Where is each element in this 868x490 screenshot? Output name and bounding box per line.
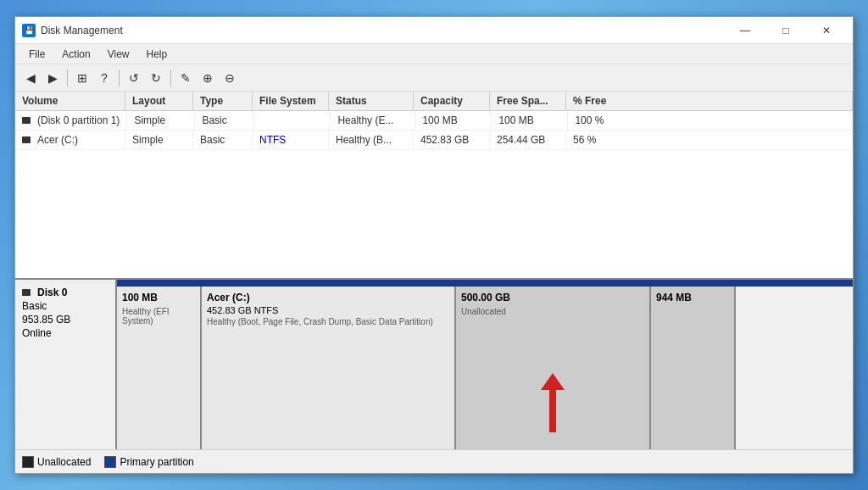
legend-primary: Primary partition xyxy=(104,456,193,468)
disk-row: Disk 0 Basic 953.85 GB Online 100 MB Hea… xyxy=(15,280,853,449)
help-button[interactable]: ? xyxy=(94,68,114,88)
cell-freespace-1: 254.44 GB xyxy=(490,131,566,149)
table-row[interactable]: (Disk 0 partition 1) Simple Basic Health… xyxy=(15,111,853,131)
disk-size: 953.85 GB xyxy=(22,314,108,326)
menu-help[interactable]: Help xyxy=(140,47,175,62)
title-bar: 💾 Disk Management — □ ✕ xyxy=(15,17,853,44)
cell-status-0: Healthy (E... xyxy=(331,111,415,130)
edit-button[interactable]: ✎ xyxy=(175,68,196,88)
col-header-filesystem[interactable]: File System xyxy=(253,92,329,110)
partition-unalloc-desc: Unallocated xyxy=(461,307,644,316)
add-button[interactable]: ⊕ xyxy=(198,68,218,88)
disk-bar-strip xyxy=(117,280,853,287)
app-icon: 💾 xyxy=(22,24,36,37)
partition-unallocated-large[interactable]: 500.00 GB Unallocated xyxy=(456,287,651,449)
partition-efi-size: 100 MB xyxy=(122,292,195,303)
legend-box-primary xyxy=(104,456,116,468)
disk-partitions: 100 MB Healthy (EFI System) Acer (C:) 45… xyxy=(117,280,853,449)
disk-icon xyxy=(22,136,31,143)
up-arrow xyxy=(541,373,565,432)
toolbar: ◀ ▶ ⊞ ? ↺ ↻ ✎ ⊕ ⊖ xyxy=(15,64,853,92)
cell-type-0: Basic xyxy=(195,111,254,130)
menu-bar: File Action View Help xyxy=(15,44,853,64)
disk-icon xyxy=(22,117,31,124)
arrow-container xyxy=(541,373,565,432)
col-header-capacity[interactable]: Capacity xyxy=(414,92,490,110)
upper-panel: Volume Layout Type File System Status Ca… xyxy=(15,92,853,280)
partition-efi[interactable]: 100 MB Healthy (EFI System) xyxy=(117,287,202,449)
cell-filesystem-0 xyxy=(254,111,331,130)
partition-c-title: Acer (C:) xyxy=(207,292,449,303)
cell-freespace-0: 100 MB xyxy=(492,111,568,130)
partition-c-desc: Healthy (Boot, Page File, Crash Dump, Ba… xyxy=(207,317,449,326)
minimize-button[interactable]: — xyxy=(726,22,765,39)
cell-capacity-0: 100 MB xyxy=(415,111,492,130)
menu-action[interactable]: Action xyxy=(55,47,97,62)
cell-capacity-1: 452.83 GB xyxy=(414,131,490,149)
lower-panel: Disk 0 Basic 953.85 GB Online 100 MB Hea… xyxy=(15,280,853,449)
cell-status-1: Healthy (B... xyxy=(329,131,414,149)
toolbar-separator-2 xyxy=(119,70,120,86)
col-header-freespace[interactable]: Free Spa... xyxy=(490,92,566,110)
partition-small[interactable]: 944 MB xyxy=(651,287,736,449)
title-controls: — □ ✕ xyxy=(726,22,846,39)
toolbar-separator-1 xyxy=(67,70,68,86)
disk-type: Basic xyxy=(22,300,108,312)
legend-label-unallocated: Unallocated xyxy=(37,456,91,468)
arrow-shaft xyxy=(549,390,556,432)
close-button[interactable]: ✕ xyxy=(807,22,846,39)
cell-percentfree-1: 56 % xyxy=(566,131,853,149)
disk-status: Online xyxy=(22,327,108,339)
legend-label-primary: Primary partition xyxy=(120,456,193,468)
cell-volume-1: Acer (C:) xyxy=(15,131,125,149)
cell-filesystem-1: NTFS xyxy=(253,131,329,149)
partition-unalloc-size: 500.00 GB xyxy=(461,292,644,303)
partition-efi-desc: Healthy (EFI System) xyxy=(122,307,195,326)
disk-name: Disk 0 xyxy=(22,287,108,298)
cell-type-1: Basic xyxy=(193,131,253,149)
table-row[interactable]: Acer (C:) Simple Basic NTFS Healthy (B..… xyxy=(15,131,853,150)
menu-file[interactable]: File xyxy=(22,47,52,62)
cell-percentfree-0: 100 % xyxy=(568,111,853,130)
maximize-button[interactable]: □ xyxy=(766,22,805,39)
redo-button[interactable]: ↻ xyxy=(146,68,166,88)
partition-c-size: 452.83 GB NTFS xyxy=(207,305,449,315)
arrow-head xyxy=(541,373,565,390)
col-header-volume[interactable]: Volume xyxy=(15,92,125,110)
remove-button[interactable]: ⊖ xyxy=(220,68,240,88)
cell-volume-0: (Disk 0 partition 1) xyxy=(15,111,127,130)
properties-button[interactable]: ⊞ xyxy=(72,68,92,88)
back-button[interactable]: ◀ xyxy=(20,68,41,88)
title-left: 💾 Disk Management xyxy=(22,24,123,37)
disk-partitions-row: 100 MB Healthy (EFI System) Acer (C:) 45… xyxy=(117,287,853,449)
table-header: Volume Layout Type File System Status Ca… xyxy=(15,92,853,111)
toolbar-separator-3 xyxy=(170,70,171,86)
col-header-layout[interactable]: Layout xyxy=(125,92,193,110)
cell-layout-1: Simple xyxy=(125,131,193,149)
cell-layout-0: Simple xyxy=(127,111,195,130)
undo-button[interactable]: ↺ xyxy=(124,68,144,88)
disk-management-window: 💾 Disk Management — □ ✕ File Action View… xyxy=(14,16,854,474)
partition-c-drive[interactable]: Acer (C:) 452.83 GB NTFS Healthy (Boot, … xyxy=(202,287,456,449)
disk-label: Disk 0 Basic 953.85 GB Online xyxy=(15,280,117,449)
col-header-type[interactable]: Type xyxy=(193,92,253,110)
menu-view[interactable]: View xyxy=(101,47,136,62)
window-title: Disk Management xyxy=(41,25,123,36)
disk-small-icon xyxy=(22,289,31,296)
content-area: Volume Layout Type File System Status Ca… xyxy=(15,92,853,449)
legend-unallocated: Unallocated xyxy=(22,456,91,468)
partition-small-size: 944 MB xyxy=(656,292,729,303)
status-bar: Unallocated Primary partition xyxy=(15,449,853,473)
legend-box-unallocated xyxy=(22,456,34,468)
col-header-status[interactable]: Status xyxy=(329,92,414,110)
col-header-percentfree[interactable]: % Free xyxy=(566,92,853,110)
forward-button[interactable]: ▶ xyxy=(42,68,63,88)
